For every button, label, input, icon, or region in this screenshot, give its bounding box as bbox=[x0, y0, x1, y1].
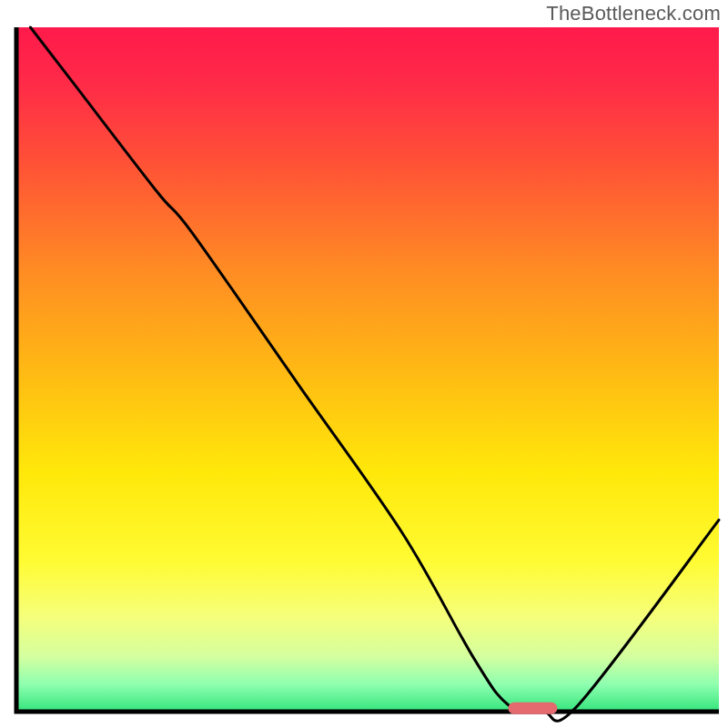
chart-container: TheBottleneck.com bbox=[0, 0, 728, 728]
optimal-marker bbox=[508, 703, 557, 714]
bottleneck-chart bbox=[0, 0, 728, 728]
watermark-label: TheBottleneck.com bbox=[546, 2, 721, 25]
gradient-background bbox=[16, 27, 719, 712]
